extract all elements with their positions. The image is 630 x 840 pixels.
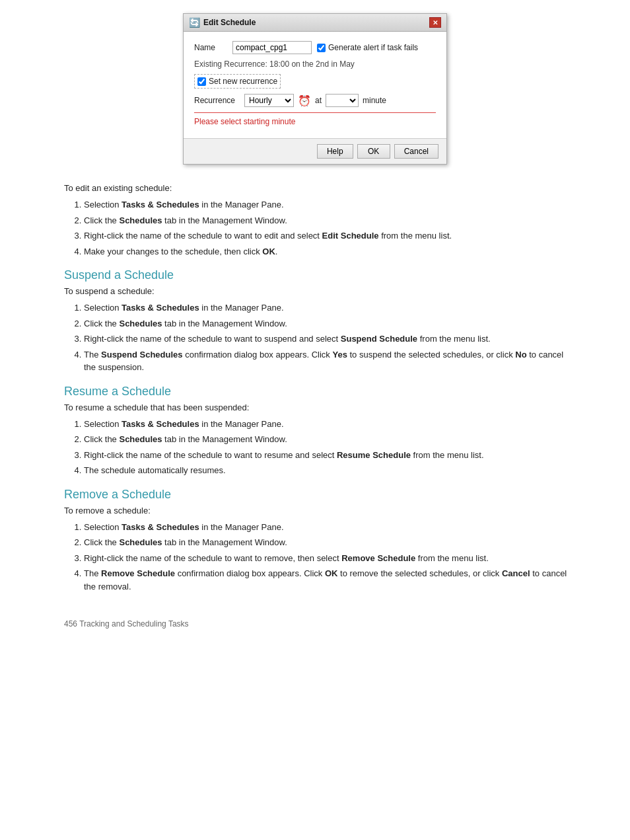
generate-alert-label: Generate alert if task fails — [328, 43, 418, 52]
page-footer: 456 Tracking and Scheduling Tasks — [64, 619, 573, 629]
set-new-recurrence-checkbox[interactable] — [197, 77, 206, 86]
list-item: Right-click the name of the schedule to … — [84, 449, 573, 462]
recurrence-row: Recurrence Hourly Daily Weekly Monthly ⏰… — [194, 94, 436, 107]
dialog-body: Name Generate alert if task fails Existi… — [184, 32, 446, 138]
list-item: Right-click the name of the schedule to … — [84, 332, 573, 346]
dialog-footer: Help OK Cancel — [184, 138, 446, 164]
list-item: Selection Tasks & Schedules in the Manag… — [84, 198, 573, 211]
edit-steps-list: Selection Tasks & Schedules in the Manag… — [84, 198, 573, 258]
list-item: Selection Tasks & Schedules in the Manag… — [84, 301, 573, 315]
cancel-button[interactable]: Cancel — [394, 144, 438, 159]
list-item: Click the Schedules tab in the Managemen… — [84, 317, 573, 330]
resume-heading: Resume a Schedule — [64, 385, 573, 399]
set-new-recurrence-row: Set new recurrence — [194, 74, 281, 89]
list-item: The Remove Schedule confirmation dialog … — [84, 567, 573, 593]
footer-text: 456 Tracking and Scheduling Tasks — [64, 619, 189, 629]
recurrence-label: Recurrence — [194, 96, 240, 105]
list-item: Make your changes to the schedule, then … — [84, 245, 573, 258]
list-item: Click the Schedules tab in the Managemen… — [84, 433, 573, 446]
recurrence-select[interactable]: Hourly Daily Weekly Monthly — [244, 94, 294, 107]
doc-content: To edit an existing schedule: Selection … — [57, 183, 573, 629]
resume-steps-list: Selection Tasks & Schedules in the Manag… — [84, 418, 573, 477]
dialog-titlebar: 🔄 Edit Schedule ✕ — [184, 14, 446, 32]
suspend-intro: To suspend a schedule: — [64, 286, 573, 296]
titlebar-left: 🔄 Edit Schedule — [189, 17, 256, 28]
resume-intro: To resume a schedule that has been suspe… — [64, 402, 573, 412]
list-item: Selection Tasks & Schedules in the Manag… — [84, 521, 573, 534]
remove-heading: Remove a Schedule — [64, 488, 573, 502]
name-input[interactable] — [232, 41, 312, 54]
dialog-app-icon: 🔄 — [189, 17, 199, 28]
dialog-close-button[interactable]: ✕ — [429, 17, 441, 28]
remove-intro: To remove a schedule: — [64, 506, 573, 515]
list-item: Click the Schedules tab in the Managemen… — [84, 536, 573, 549]
dialog-separator — [194, 112, 436, 113]
ok-button[interactable]: OK — [357, 144, 390, 159]
list-item: Right-click the name of the schedule to … — [84, 552, 573, 565]
clock-icon: ⏰ — [298, 95, 311, 107]
minute-label: minute — [363, 96, 386, 105]
suspend-heading: Suspend a Schedule — [64, 268, 573, 282]
suspend-steps-list: Selection Tasks & Schedules in the Manag… — [84, 301, 573, 374]
list-item: Right-click the name of the schedule to … — [84, 229, 573, 243]
name-label: Name — [194, 43, 227, 52]
edit-schedule-dialog: 🔄 Edit Schedule ✕ Name Generate alert if… — [183, 13, 447, 165]
generate-alert-checkbox[interactable] — [317, 44, 326, 52]
name-row: Name Generate alert if task fails — [194, 41, 436, 54]
list-item: The Suspend Schedules confirmation dialo… — [84, 348, 573, 374]
set-new-recurrence-label: Set new recurrence — [209, 77, 277, 86]
error-text: Please select starting minute — [194, 117, 436, 126]
at-label: at — [315, 96, 322, 105]
remove-steps-list: Selection Tasks & Schedules in the Manag… — [84, 521, 573, 593]
dialog-wrapper: 🔄 Edit Schedule ✕ Name Generate alert if… — [26, 13, 604, 165]
dialog-title: Edit Schedule — [203, 18, 256, 27]
help-button[interactable]: Help — [317, 144, 353, 159]
generate-alert-row: Generate alert if task fails — [317, 43, 418, 52]
list-item: Selection Tasks & Schedules in the Manag… — [84, 418, 573, 431]
minute-select[interactable] — [326, 94, 359, 107]
edit-intro: To edit an existing schedule: — [64, 183, 573, 193]
list-item: The schedule automatically resumes. — [84, 464, 573, 477]
existing-recurrence-text: Existing Recurrence: 18:00 on the 2nd in… — [194, 59, 436, 69]
list-item: Click the Schedules tab in the Managemen… — [84, 214, 573, 227]
